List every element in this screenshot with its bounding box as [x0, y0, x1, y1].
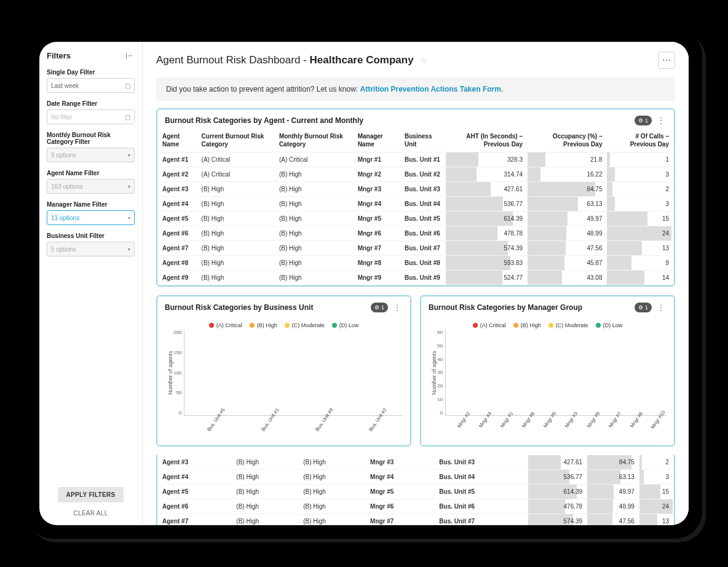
table-row[interactable]: Agent #9(B) High(B) HighMngr #9Bus. Unit… [157, 271, 674, 285]
table-header[interactable]: Agent Name [157, 129, 197, 153]
table-row[interactable]: Agent #4(B) High(B) HighMngr #4Bus. Unit… [157, 470, 674, 485]
table-row[interactable]: Agent #1(A) Critical(A) CriticalMngr #1B… [157, 153, 674, 167]
chart-plot [445, 330, 667, 416]
table-cell: (B) High [231, 455, 298, 470]
legend-item: (A) Critical [209, 322, 242, 328]
table-cell: Bus. Unit #1 [400, 153, 446, 167]
table-cell: (B) High [274, 212, 353, 226]
table-row[interactable]: Agent #2(A) Critical(B) HighMngr #2Bus. … [157, 167, 674, 182]
table-cell: (B) High [274, 241, 353, 256]
table-row[interactable]: Agent #6(B) High(B) HighMngr #6Bus. Unit… [157, 226, 674, 241]
table-header[interactable]: Monthly Burnout Risk Category [274, 129, 353, 153]
chart-legend: (A) Critical(B) High(C) Moderate(D) Low [429, 320, 667, 330]
card-menu-icon[interactable]: ⋮ [392, 303, 403, 312]
monthly-risk-filter-select[interactable]: 5 options ▾ [47, 148, 135, 162]
table-cell: (B) High [274, 197, 353, 212]
table-row[interactable]: Agent #7(B) High(B) HighMngr #7Bus. Unit… [157, 514, 674, 526]
table-cell-bar: 478.78 [446, 226, 528, 241]
filter-chip[interactable]: ⚙ 1 [635, 116, 652, 125]
date-range-filter-input[interactable]: No filter ▢ [47, 109, 135, 124]
table-cell: Agent #6 [157, 226, 197, 241]
table-cell-bar: 15 [607, 212, 674, 226]
agent-burnout-table-card: Burnout Risk Categories by Agent - Curre… [156, 108, 675, 287]
chevron-down-icon: ▾ [128, 215, 130, 221]
table-cell-bar: 614.39 [528, 485, 587, 499]
card-title: Burnout Risk Categories by Manager Group [429, 303, 582, 312]
table-cell: Bus. Unit #5 [434, 485, 528, 499]
business-unit-filter-select[interactable]: 5 options ▾ [47, 242, 135, 256]
table-cell: (B) High [298, 514, 365, 526]
table-cell: Mngr #3 [353, 182, 400, 197]
table-cell: Bus. Unit #6 [434, 499, 528, 514]
agent-name-filter-label: Agent Name Filter [47, 170, 135, 176]
manager-name-filter-select[interactable]: 11 options ▾ [47, 210, 135, 225]
table-header[interactable]: AHT (In Seconds) – Previous Day [446, 129, 528, 153]
table-row[interactable]: Agent #7(B) High(B) HighMngr #7Bus. Unit… [157, 241, 674, 256]
table-cell: Agent #7 [157, 514, 231, 526]
table-header[interactable]: # Of Calls – Previous Day [607, 129, 674, 153]
collapse-sidebar-icon[interactable]: |← [125, 50, 135, 60]
table-cell: (B) High [197, 256, 274, 271]
table-cell: (B) High [231, 514, 298, 526]
table-cell: Bus. Unit #5 [400, 212, 446, 226]
table-cell: (B) High [274, 182, 353, 197]
business-unit-filter-value: 5 options [51, 246, 76, 253]
agent-name-filter-select[interactable]: 163 options ▾ [47, 179, 135, 194]
chevron-down-icon: ▾ [128, 153, 130, 158]
y-axis-label: Number of agents [429, 330, 437, 416]
table-row[interactable]: Agent #3(B) High(B) HighMngr #3Bus. Unit… [157, 182, 674, 197]
table-cell-bar: 476.78 [528, 499, 587, 514]
attrition-form-link[interactable]: Attrition Prevention Actions Taken Form [360, 85, 501, 93]
table-header[interactable]: Current Burnout Risk Category [197, 129, 274, 153]
x-labels: Bus. Unit #5Bus. Unit #1Bus. Unit #9Bus.… [165, 416, 403, 439]
clear-all-link[interactable]: CLEAR ALL [47, 510, 135, 517]
legend-item: (C) Moderate [548, 322, 588, 328]
legend-swatch-icon [513, 323, 518, 328]
table-row[interactable]: Agent #5(B) High(B) HighMngr #5Bus. Unit… [157, 485, 674, 499]
table-cell: Agent #4 [157, 470, 231, 485]
calendar-icon: ▢ [125, 114, 130, 121]
monthly-risk-filter-label: Monthly Burnout Risk Category Filter [47, 132, 135, 145]
card-menu-icon[interactable]: ⋮ [655, 303, 667, 312]
table-cell: Bus. Unit #3 [434, 455, 528, 470]
table-row[interactable]: Agent #8(B) High(B) HighMngr #8Bus. Unit… [157, 256, 674, 271]
y-tick: 0 [437, 410, 443, 416]
table-row[interactable]: Agent #4(B) High(B) HighMngr #4Bus. Unit… [157, 197, 674, 212]
table-header[interactable]: Business Unit [400, 129, 446, 153]
legend-swatch-icon [285, 323, 290, 328]
table-row[interactable]: Agent #5(B) High(B) HighMngr #5Bus. Unit… [157, 212, 674, 226]
table-header[interactable]: Occupancy (%) – Previous Day [528, 129, 607, 153]
calendar-icon: ▢ [125, 82, 130, 89]
agent-burnout-table-continued-card: Agent #3(B) High(B) HighMngr #3Bus. Unit… [156, 455, 675, 525]
table-cell: Mngr #6 [365, 499, 434, 514]
apply-filters-button[interactable]: APPLY FILTERS [58, 487, 124, 502]
y-tick: 0 [173, 410, 181, 416]
legend-item: (D) Low [332, 322, 359, 328]
table-cell-bar: 2 [607, 182, 674, 197]
table-cell-bar: 84.75 [528, 182, 607, 197]
table-cell-bar: 49.97 [587, 485, 639, 499]
table-cell: (B) High [298, 470, 365, 485]
card-menu-icon[interactable]: ⋮ [655, 116, 667, 125]
table-cell: Agent #5 [157, 212, 197, 226]
table-row[interactable]: Agent #3(B) High(B) HighMngr #3Bus. Unit… [157, 455, 674, 470]
favorite-star-icon[interactable]: ☆ [420, 56, 427, 65]
table-cell-bar: 314.74 [446, 167, 528, 182]
table-row[interactable]: Agent #6(B) High(B) HighMngr #6Bus. Unit… [157, 499, 674, 514]
table-cell: Agent #9 [157, 271, 197, 285]
table-cell: Mngr #8 [353, 256, 400, 271]
screen: Filters |← Single Day Filter Last week ▢… [39, 42, 689, 525]
table-cell-bar: 536.77 [528, 470, 587, 485]
page-menu-button[interactable]: ⋯ [658, 52, 675, 69]
legend-item: (A) Critical [473, 322, 506, 328]
tablet-frame: Filters |← Single Day Filter Last week ▢… [26, 28, 702, 539]
table-cell: Bus. Unit #3 [400, 182, 446, 197]
date-range-filter-label: Date Range Filter [47, 100, 135, 107]
table-header[interactable]: Manager Name [353, 129, 400, 153]
table-cell: Mngr #7 [353, 241, 400, 256]
agent-burnout-table: Agent NameCurrent Burnout Risk CategoryM… [157, 129, 674, 285]
filter-chip[interactable]: ⚙ 1 [635, 303, 652, 312]
filter-chip[interactable]: ⚙ 1 [371, 303, 388, 312]
legend-item: (C) Moderate [285, 322, 325, 328]
single-day-filter-input[interactable]: Last week ▢ [47, 78, 135, 93]
